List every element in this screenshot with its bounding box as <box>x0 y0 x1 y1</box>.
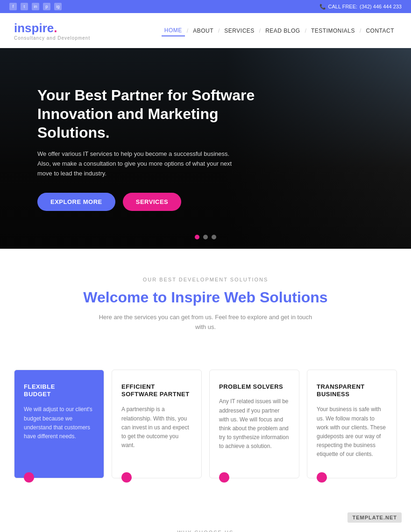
welcome-title-prefix: Welcome to <box>83 289 167 306</box>
dot-2[interactable] <box>203 235 208 239</box>
card-title-2: PROBLEM SOLVERS <box>219 383 290 391</box>
template-badge: TEMPLATE.NET <box>347 512 402 523</box>
dot-3[interactable] <box>212 235 216 239</box>
card-title-1: EFFICIENT SOFTWARE PARTNET <box>121 383 192 399</box>
hero-content: Your Best Partner for Software Innovatio… <box>37 86 271 210</box>
card-transparent-business: TRANSPARENT BUSINESS Your business is sa… <box>307 370 397 478</box>
card-text-1: A partnership is a relationship. With th… <box>121 405 192 450</box>
why-label: WHY CHOOSE US <box>14 530 397 532</box>
card-text-3: Your business is safe with us. We follow… <box>317 405 387 459</box>
welcome-title-suffix: Web Solutions <box>224 289 328 306</box>
welcome-label: OUR BEST DEVELOPMENT SOLUTIONS <box>14 277 397 282</box>
social-icons: f t in p ig <box>9 3 62 10</box>
feature-cards: FLEXIBLEBUDGET We will adjust to our cli… <box>0 370 411 506</box>
welcome-section: OUR BEST DEVELOPMENT SOLUTIONS Welcome t… <box>0 249 411 370</box>
logo-text: inspire <box>14 21 54 35</box>
explore-more-button[interactable]: EXPLORE MORE <box>37 193 115 211</box>
nav-services[interactable]: SERVICES <box>221 26 257 36</box>
card-dot-0 <box>24 472 34 483</box>
card-text-2: Any IT related issues will be addressed … <box>219 397 290 451</box>
nav-blog[interactable]: READ BLOG <box>262 26 303 36</box>
card-dot-2 <box>219 472 229 483</box>
hero-description: We offer various IT services to help you… <box>37 149 234 178</box>
nav-contact[interactable]: CONTACT <box>363 26 397 36</box>
top-bar: f t in p ig 📞 CALL FREE: (342) 446 444 2… <box>0 0 411 13</box>
hero-buttons: EXPLORE MORE SERVICES <box>37 193 271 211</box>
card-problem-solvers: PROBLEM SOLVERS Any IT related issues wi… <box>209 370 299 478</box>
services-button[interactable]: SERVICES <box>123 193 182 211</box>
card-dot-1 <box>121 472 132 483</box>
welcome-description: Here are the services you can get from u… <box>93 313 318 332</box>
pinterest-icon[interactable]: p <box>43 3 50 10</box>
main-nav: HOME / ABOUT / SERVICES / READ BLOG / TE… <box>162 25 397 36</box>
welcome-title: Welcome to Inspire Web Solutions <box>14 289 397 306</box>
instagram-icon[interactable]: ig <box>54 3 62 10</box>
logo-dot: . <box>54 21 57 35</box>
card-title-3: TRANSPARENT BUSINESS <box>317 383 387 399</box>
welcome-title-brand: Inspire <box>171 289 220 306</box>
nav-home[interactable]: HOME <box>162 25 185 36</box>
dot-1[interactable] <box>195 235 199 239</box>
card-title-0: FLEXIBLEBUDGET <box>24 383 94 399</box>
header: inspire. Consultancy and Development HOM… <box>0 13 411 48</box>
logo: inspire. Consultancy and Development <box>14 21 90 41</box>
logo-sub: Consultancy and Development <box>14 35 90 41</box>
phone-number: (342) 446 444 233 <box>360 4 402 9</box>
call-label: CALL FREE: <box>328 4 358 9</box>
hero-title: Your Best Partner for Software Innovatio… <box>37 86 271 142</box>
card-efficient-software: EFFICIENT SOFTWARE PARTNET A partnership… <box>112 370 202 478</box>
card-dot-3 <box>317 472 327 483</box>
hero-dots <box>195 235 216 239</box>
call-info: 📞 CALL FREE: (342) 446 444 233 <box>319 4 402 10</box>
nav-about[interactable]: ABOUT <box>190 26 216 36</box>
hero-section: Your Best Partner for Software Innovatio… <box>0 48 411 249</box>
twitter-icon[interactable]: t <box>21 3 28 10</box>
nav-testimonials[interactable]: TESTIMONIALS <box>308 26 358 36</box>
facebook-icon[interactable]: f <box>9 3 17 10</box>
phone-icon: 📞 <box>319 4 326 10</box>
card-text-0: We will adjust to our client's budget be… <box>24 405 94 441</box>
card-flexible-budget: FLEXIBLEBUDGET We will adjust to our cli… <box>14 370 104 478</box>
linkedin-icon[interactable]: in <box>32 3 39 10</box>
